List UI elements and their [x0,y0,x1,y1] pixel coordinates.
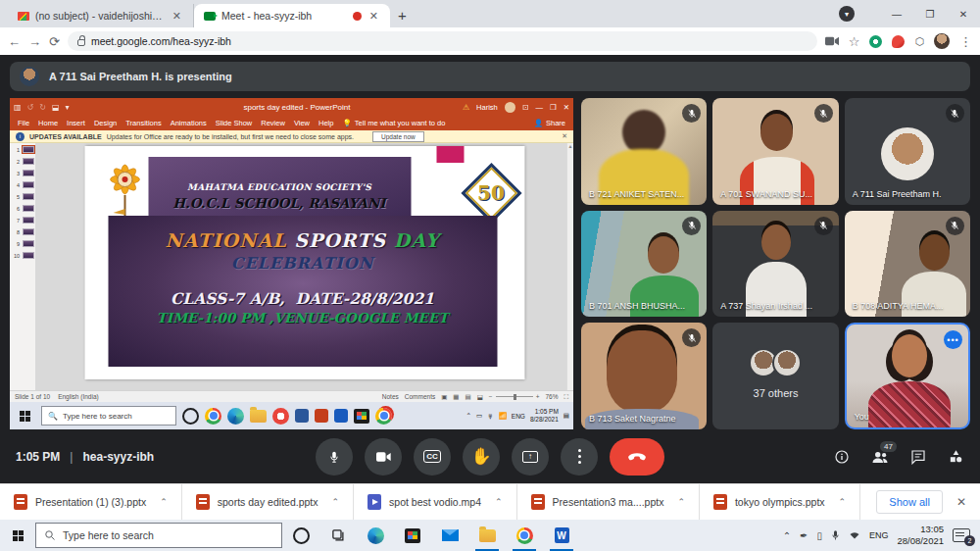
camera-allowed-icon[interactable] [825,36,839,46]
chrome-notification-icon[interactable] [375,408,392,425]
tell-me-box[interactable]: 💡Tell me what you want to do [342,119,445,127]
tray-wifi-icon[interactable] [849,530,860,540]
participant-tile[interactable]: B 708 ADITYA HEMA... [845,211,970,318]
present-button[interactable]: ↑ [512,438,549,476]
ribbon-options-icon[interactable]: ⊡ [522,103,529,112]
shared-search-box[interactable]: 🔍 Type here to search [41,406,176,426]
participant-tile[interactable]: B 713 Saket Nagratne [581,323,707,429]
update-close-icon[interactable]: ✕ [562,132,567,140]
reading-view-icon[interactable]: ▤ [466,393,471,401]
download-item[interactable]: sports day edited.pptx ⌃ [182,484,354,520]
media-controls-icon[interactable]: ▾ [839,6,855,22]
participant-tile[interactable]: A 737 Shayan Irshad ... [712,211,838,318]
chrome-icon[interactable] [205,408,221,425]
notes-button[interactable]: Notes [382,393,399,400]
raise-hand-button[interactable]: ✋ [463,438,500,476]
qat-dropdown-icon[interactable]: ▾ [66,103,70,112]
mail-icon[interactable] [431,520,468,551]
mic-button[interactable] [316,438,353,476]
save-icon[interactable]: ▥ [14,103,22,112]
tab-gmail[interactable]: (no subject) - vaidehijoshi@mes... ✕ [8,4,194,27]
task-view-icon[interactable] [319,520,357,551]
download-item[interactable]: Presentation (1) (3).pptx ⌃ [0,484,182,520]
slide-thumbnail[interactable]: 8 [13,228,35,235]
redo-icon[interactable]: ↻ [39,103,46,112]
word-icon[interactable] [334,409,348,423]
participant-tile[interactable]: A 711 Sai Preetham H. [845,98,970,205]
url-input[interactable]: meet.google.com/hea-syyz-ibh [68,31,817,51]
taskbar-clock[interactable]: 13:05 28/08/2021 [897,524,944,548]
slide-thumbnail[interactable]: 3 [13,170,35,176]
store-icon[interactable] [394,520,431,551]
participants-icon[interactable]: 47 [871,450,889,464]
action-center-icon[interactable]: 2 [953,528,970,542]
tray-phone-icon[interactable]: ▯ [816,530,822,541]
start-slideshow-icon[interactable]: ⬓ [52,103,60,112]
tray-network-icon[interactable]: 📶 [499,412,507,420]
tab-meet[interactable]: Meet - hea-syyz-ibh ✕ [194,4,390,27]
chevron-up-icon[interactable]: ⌃ [495,497,503,507]
powerpoint-icon[interactable] [315,409,328,423]
tray-language[interactable]: ENG [512,413,525,420]
extension-grammarly-icon[interactable] [869,35,882,48]
fit-slide-icon[interactable]: ⛶ [564,393,568,401]
tray-language[interactable]: ENG [869,530,889,540]
bookmark-star-icon[interactable]: ☆ [849,34,860,49]
extension-adblock-icon[interactable] [892,35,905,48]
slide-scrollbar[interactable]: ▲ [566,143,573,390]
downloads-close-icon[interactable]: ✕ [956,495,966,509]
zoom-percent[interactable]: 76% [545,393,558,400]
ppt-close-icon[interactable]: ✕ [564,103,569,112]
reload-icon[interactable]: ⟳ [49,34,60,49]
zoom-slider[interactable]: −+ [489,393,540,400]
camera-button[interactable] [365,438,402,476]
menu-view[interactable]: View [294,119,310,127]
ppt-restore-icon[interactable]: ❐ [550,103,557,112]
menu-slideshow[interactable]: Slide Show [216,119,253,127]
menu-review[interactable]: Review [261,119,285,127]
minimize-button[interactable]: — [880,0,913,27]
chrome-icon[interactable] [506,520,543,551]
slide-thumbnail[interactable]: 6 [13,205,35,212]
normal-view-icon[interactable]: ▣ [441,393,447,401]
edge-icon[interactable] [357,520,394,551]
menu-file[interactable]: File [18,119,29,127]
warning-icon[interactable]: ⚠ [463,103,469,112]
lock-icon[interactable] [77,39,85,46]
profile-avatar[interactable] [934,33,950,49]
close-tab-icon[interactable]: ✕ [368,10,380,23]
slide-thumbnail[interactable]: 2 [13,158,35,165]
self-tile[interactable]: ••• You [845,323,970,429]
participant-tile[interactable]: B 701 ANSH BHUSHA... [581,211,707,318]
menu-home[interactable]: Home [38,119,58,127]
menu-design[interactable]: Design [94,119,117,127]
participant-tile[interactable]: B 721 ANIKET SATEN... [581,98,707,205]
comments-button[interactable]: Comments [405,393,435,400]
tray-chevron-icon[interactable]: ⌃ [466,412,471,420]
download-item[interactable]: Presentation3 ma....pptx ⌃ [517,484,700,520]
more-options-button[interactable] [561,438,598,476]
tray-pen-icon[interactable]: ✒ [800,530,808,541]
slide-thumbnail[interactable]: 1 [13,146,35,153]
slide-thumbnail[interactable]: 9 [13,240,35,247]
file-explorer-icon[interactable] [250,410,267,423]
download-item[interactable]: spot best vodio.mp4 ⌃ [354,484,517,520]
menu-help[interactable]: Help [318,119,333,127]
word-icon[interactable]: W [543,520,580,551]
tray-notifications-icon[interactable]: ▤ [564,412,569,420]
restore-button[interactable]: ❐ [913,0,947,27]
ppt-user-avatar[interactable] [505,102,515,113]
chat-icon[interactable] [910,449,926,465]
taskbar-search-box[interactable]: Type here to search [35,523,282,548]
show-all-button[interactable]: Show all [876,490,943,514]
start-button[interactable] [14,405,35,426]
app-tile-icon[interactable] [295,409,309,423]
update-now-button[interactable]: Update now [372,131,424,142]
captions-button[interactable]: CC [414,438,451,476]
download-item[interactable]: tokyo olympics.pptx ⌃ [700,484,860,520]
forward-icon[interactable]: → [28,34,41,49]
new-tab-button[interactable]: + [398,7,407,24]
file-explorer-icon[interactable] [468,520,506,551]
tray-mic-icon[interactable] [831,529,840,541]
language-label[interactable]: English (India) [58,393,99,400]
